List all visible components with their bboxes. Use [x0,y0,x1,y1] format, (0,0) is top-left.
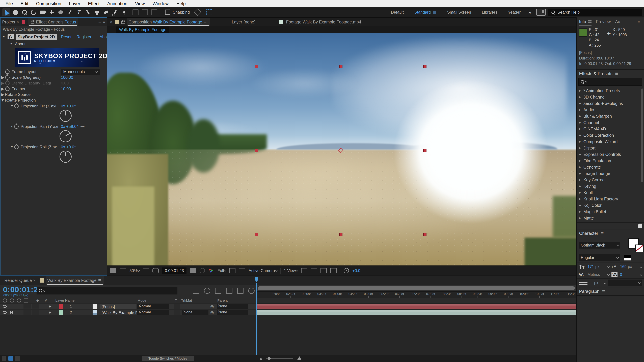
puppet-pin-tool[interactable] [120,8,128,16]
zoom-out-icon[interactable] [260,358,262,360]
stopwatch-icon[interactable] [14,145,18,149]
fx-badge[interactable]: fx [8,34,14,39]
fast-previews-icon[interactable] [320,268,327,273]
navigator-bar[interactable] [258,286,575,290]
effects-category[interactable]: Color Correction [577,132,644,138]
collapse-arrow-icon[interactable]: ▼ [9,42,13,45]
effects-category[interactable]: Blur & Sharpen [577,113,644,119]
font-size-control[interactable]: 171 px [579,264,610,270]
chevron-down-icon[interactable] [604,281,606,284]
type-tool[interactable] [75,8,83,16]
expand-arrow-icon[interactable]: ▶ [49,305,51,308]
hide-shy-layers-icon[interactable] [215,288,221,294]
exposure-icon[interactable] [344,268,349,273]
effect-handle[interactable] [339,233,342,236]
trkmat-dropdown[interactable]: None [182,310,208,315]
effect-handle[interactable] [255,149,258,152]
panel-menu-icon[interactable]: ≡ [615,71,618,76]
blend-mode-dropdown[interactable]: Normal [137,304,169,309]
collapse-arrow-icon[interactable]: ▼ [2,35,6,38]
about-group-row[interactable]: ▼ About [0,41,107,47]
workspace-item[interactable]: Small Screen [442,10,476,14]
composition-viewport[interactable] [107,33,576,266]
panel-menu-icon[interactable]: ≡ [602,289,605,294]
panel-menu-icon[interactable]: ≡ [96,19,103,25]
effect-handle[interactable] [423,65,426,68]
timeline-graph-icon[interactable] [330,268,336,273]
roll-dial[interactable] [60,151,72,163]
effects-category[interactable]: Image Lounge [577,170,644,177]
parent-dropdown[interactable]: None [217,304,248,309]
motion-blur-icon[interactable] [237,288,244,294]
workspace-item[interactable]: Libraries [476,10,502,14]
tab-layer[interactable]: Layer (none) [230,18,257,26]
audio-icon[interactable] [10,299,14,303]
stroke-style-dropdown[interactable] [608,280,642,286]
pickwhip-icon[interactable]: ◎ [210,304,214,309]
leading-control[interactable]: 169 px [612,264,642,269]
close-icon[interactable]: × [110,19,112,24]
menu-item[interactable]: Composition [32,1,65,6]
menu-item[interactable]: File [2,1,17,6]
effect-handle[interactable] [255,233,258,236]
mask-visibility-icon[interactable] [152,268,159,273]
tab-composition[interactable]: Composition Walk By Example Footage ≡ [127,18,210,26]
scrollbar-thumb[interactable] [641,88,643,182]
effects-category[interactable]: Knoll Light Factory [577,196,644,202]
show-snapshot-icon[interactable] [200,268,205,273]
snapshot-camera-icon[interactable] [190,268,196,273]
layer-label-chip[interactable] [59,310,63,315]
pen-tool[interactable] [66,8,74,16]
group-rotate-source[interactable]: ▶ Rotate Source [0,92,107,97]
workspace-switcher-icon[interactable] [536,9,546,15]
effects-category[interactable]: Matte [577,215,644,221]
tab-timeline-composition[interactable]: Walk By Example Footage ≡ [46,276,104,285]
about-link[interactable]: Abo [100,34,107,39]
timeline-search-input[interactable] [36,287,178,295]
close-icon[interactable]: × [33,278,36,283]
chevron-down-icon[interactable] [640,273,642,276]
effects-category[interactable]: Magic Bullet [577,209,644,215]
mode-column[interactable]: Mode [138,299,146,303]
camera-tool[interactable] [38,8,46,16]
workspace-overflow-icon[interactable]: » [528,9,531,15]
t-column[interactable]: T [175,299,177,303]
search-help-box[interactable]: Search Help [548,9,642,16]
effects-category[interactable]: CINEMA 4D [577,126,644,132]
stopwatch-icon[interactable] [5,75,10,80]
hand-tool[interactable] [12,8,20,16]
frame-blending-icon[interactable] [226,288,232,294]
view-axis-icon[interactable] [151,9,157,15]
feather-value[interactable]: 10.00 [61,86,71,91]
shape-tool[interactable] [57,8,65,16]
menu-item[interactable]: Window [148,1,172,6]
zoom-tool[interactable] [20,8,28,16]
lock-icon[interactable] [122,21,125,24]
pan-behind-tool[interactable] [48,8,56,16]
effects-category[interactable]: Key Correct [577,177,644,183]
workspace-item[interactable]: Default [386,10,409,14]
monitor-icon[interactable] [120,268,126,273]
eye-icon[interactable] [3,305,7,308]
pan-dial[interactable] [60,130,72,142]
snapping-checkbox[interactable] [165,9,170,15]
more-panels-icon[interactable]: » [638,19,642,24]
expand-arrow-icon[interactable]: ▶ [49,311,51,314]
effects-category[interactable]: aescripts + aeplugins [577,100,644,107]
effects-category[interactable]: Channel [577,119,644,126]
collapse-arrow-icon[interactable]: ▼ [0,98,5,103]
effect-handle[interactable] [255,65,258,68]
reset-link[interactable]: Reset [61,34,72,39]
tab-audio[interactable]: Au [615,17,620,26]
stroke-width-value[interactable]: - [590,281,591,285]
effects-category[interactable]: Distort [577,145,644,151]
group-rotate-projection[interactable]: ▼ Rotate Projection [0,97,107,103]
brush-tool[interactable] [84,8,92,16]
menu-item[interactable]: Help [172,1,190,6]
collapse-arrow-icon[interactable]: ▼ [10,145,14,149]
roto-brush-tool[interactable] [111,8,119,16]
audio-icon[interactable] [10,311,12,314]
effects-category[interactable]: Audio [577,107,644,113]
flowchart-icon[interactable] [110,268,116,273]
workspace-item[interactable]: Standard [409,10,442,14]
